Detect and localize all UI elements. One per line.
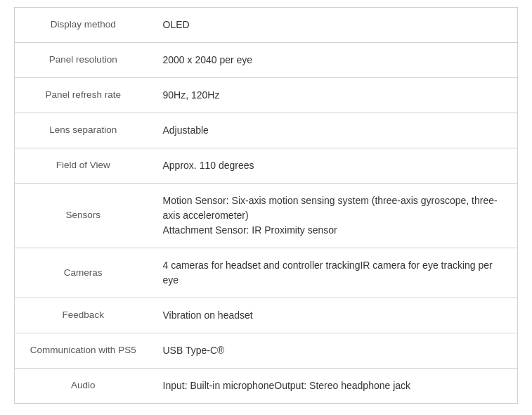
spec-value: Approx. 110 degrees xyxy=(152,148,518,184)
spec-label: Panel resolution xyxy=(15,43,152,78)
spec-value: Motion Sensor: Six-axis motion sensing s… xyxy=(152,184,518,248)
spec-label: Field of View xyxy=(15,148,152,184)
spec-value: Input: Built-in microphoneOutput: Stereo… xyxy=(152,369,518,404)
table-row: AudioInput: Built-in microphoneOutput: S… xyxy=(15,369,518,404)
table-row: SensorsMotion Sensor: Six-axis motion se… xyxy=(15,184,518,248)
spec-value: 4 cameras for headset and controller tra… xyxy=(152,248,518,298)
spec-label: Lens separation xyxy=(15,113,152,148)
spec-label: Cameras xyxy=(15,248,152,298)
table-row: Panel resolution2000 x 2040 per eye xyxy=(15,43,518,78)
table-row: Display methodOLED xyxy=(15,8,518,43)
table-row: Field of ViewApprox. 110 degrees xyxy=(15,148,518,184)
spec-label: Communication with PS5 xyxy=(15,333,152,369)
table-row: Panel refresh rate90Hz, 120Hz xyxy=(15,78,518,113)
specifications-table: Display methodOLEDPanel resolution2000 x… xyxy=(14,7,518,404)
spec-value: 2000 x 2040 per eye xyxy=(152,43,518,78)
table-row: Communication with PS5USB Type-C® xyxy=(15,333,518,369)
spec-label: Panel refresh rate xyxy=(15,78,152,113)
spec-label: Feedback xyxy=(15,298,152,333)
spec-label: Sensors xyxy=(15,184,152,248)
spec-value: 90Hz, 120Hz xyxy=(152,78,518,113)
table-row: FeedbackVibration on headset xyxy=(15,298,518,333)
spec-value: USB Type-C® xyxy=(152,333,518,369)
spec-value: Vibration on headset xyxy=(152,298,518,333)
table-row: Lens separationAdjustable xyxy=(15,113,518,148)
spec-value: Adjustable xyxy=(152,113,518,148)
spec-value: OLED xyxy=(152,8,518,43)
table-row: Cameras4 cameras for headset and control… xyxy=(15,248,518,298)
spec-label: Audio xyxy=(15,369,152,404)
spec-label: Display method xyxy=(15,8,152,43)
